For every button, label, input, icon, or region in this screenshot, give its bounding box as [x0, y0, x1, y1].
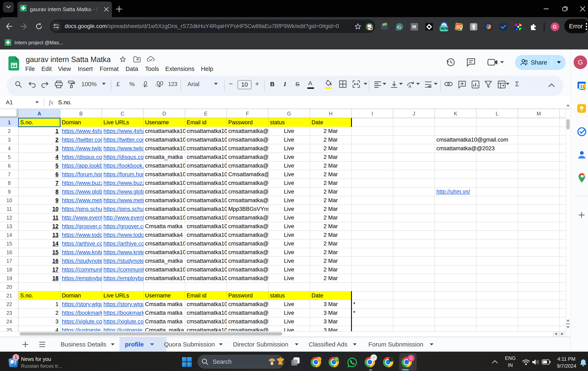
svg-text:A: A	[409, 84, 411, 89]
svg-text:31: 31	[580, 84, 585, 89]
